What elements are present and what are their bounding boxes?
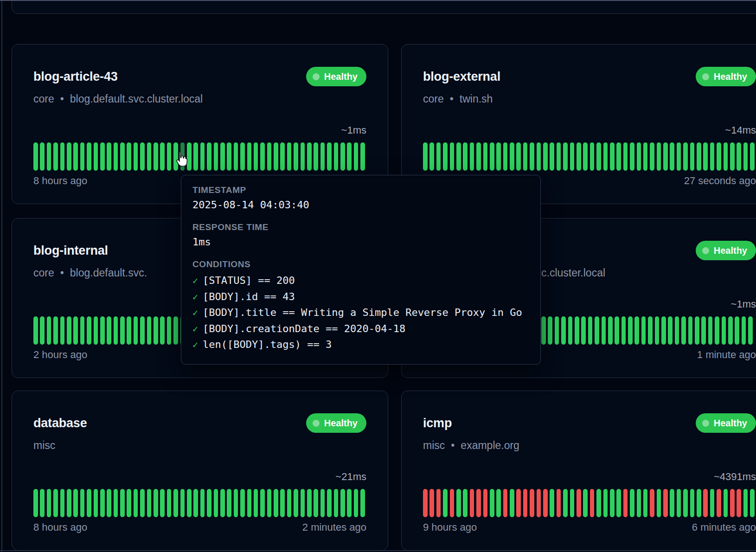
status-bar-success[interactable] [280,489,285,517]
status-bar-failure[interactable] [623,489,628,517]
status-bar-success[interactable] [327,489,332,517]
status-bar-success[interactable] [570,489,575,517]
status-bar-success[interactable] [267,142,272,171]
status-bar-success[interactable] [634,316,639,345]
status-bar-success[interactable] [603,489,608,517]
status-bar-success[interactable] [623,142,628,171]
status-bar-success[interactable] [87,316,91,345]
status-bar-failure[interactable] [429,489,434,517]
status-bar-success[interactable] [154,142,158,171]
status-bar-success[interactable] [670,142,674,171]
status-bar-success[interactable] [443,489,448,517]
status-bar-success[interactable] [47,316,51,345]
status-bar-success[interactable] [334,489,339,517]
status-bar-success[interactable] [53,142,58,171]
status-bar-success[interactable] [637,142,641,171]
status-bar-success[interactable] [550,142,554,171]
status-bar-success[interactable] [683,142,688,171]
status-bar-success[interactable] [463,142,468,171]
status-bar-success[interactable] [650,142,654,171]
status-bar-success[interactable] [87,489,91,517]
status-bar-success[interactable] [543,142,548,171]
status-bar-success[interactable] [33,142,38,171]
status-bar-success[interactable] [703,142,708,171]
status-bar-success[interactable] [307,489,312,517]
status-bar-success[interactable] [730,142,735,171]
status-bar-success[interactable] [114,316,118,345]
status-bar-success[interactable] [670,489,674,517]
status-bar-success[interactable] [340,142,345,171]
status-bar-success[interactable] [717,142,721,171]
status-bar-failure[interactable] [650,489,654,517]
status-bar-success[interactable] [737,142,741,171]
status-bar-success[interactable] [661,316,666,345]
status-bar-success[interactable] [40,316,45,345]
status-bar-failure[interactable] [590,489,595,517]
status-bar-success[interactable] [294,489,298,517]
status-bar-failure[interactable] [577,489,581,517]
status-bar-success[interactable] [450,142,455,171]
status-bar-success[interactable] [147,316,152,345]
status-bar-success[interactable] [690,489,695,517]
status-bar-success[interactable] [234,489,238,517]
status-bar-success[interactable] [147,489,152,517]
status-bar-success[interactable] [715,316,719,345]
status-bar-success[interactable] [557,142,561,171]
status-bar-success[interactable] [683,489,688,517]
status-bar-success[interactable] [114,142,118,171]
status-bar-success[interactable] [274,489,278,517]
status-bar-success[interactable] [503,142,508,171]
status-bar-success[interactable] [628,316,633,345]
status-bar-success[interactable] [140,316,145,345]
status-bar-success[interactable] [677,489,681,517]
status-bar-success[interactable] [663,142,668,171]
status-bar-success[interactable] [274,142,278,171]
status-bar-success[interactable] [590,142,595,171]
status-bar-success[interactable] [347,142,352,171]
status-bar-success[interactable] [655,316,660,345]
status-bar-success[interactable] [301,142,305,171]
status-bar-success[interactable] [561,316,566,345]
status-bar-failure[interactable] [730,489,735,517]
status-bar-success[interactable] [40,142,45,171]
status-bar-success[interactable] [207,489,211,517]
status-bar-success[interactable] [207,142,211,171]
status-bar-success[interactable] [677,142,681,171]
status-bar-success[interactable] [314,142,318,171]
status-bar-success[interactable] [570,142,575,171]
status-bar-success[interactable] [60,316,65,345]
status-bar-failure[interactable] [476,489,481,517]
status-bar-success[interactable] [193,489,198,517]
status-bar-success[interactable] [247,489,252,517]
status-bar-success[interactable] [615,316,619,345]
status-bar-success[interactable] [134,142,138,171]
status-bar-success[interactable] [60,489,65,517]
status-bar-success[interactable] [260,142,265,171]
status-bar-success[interactable] [360,142,365,171]
status-bar-failure[interactable] [423,489,428,517]
status-bar-success[interactable] [307,142,312,171]
status-bar-success[interactable] [555,316,559,345]
status-bar-success[interactable] [490,489,494,517]
status-bar-failure[interactable] [503,489,508,517]
status-bar-success[interactable] [140,142,145,171]
status-bar-failure[interactable] [663,489,668,517]
status-bar-success[interactable] [575,316,579,345]
status-bar-success[interactable] [728,316,733,345]
status-bar-success[interactable] [563,142,568,171]
status-bar-success[interactable] [541,316,546,345]
status-bar-success[interactable] [301,489,305,517]
status-bar-success[interactable] [267,489,272,517]
status-bar-success[interactable] [643,489,648,517]
status-bar-success[interactable] [214,489,218,517]
status-bar-success[interactable] [360,489,365,517]
status-bar-success[interactable] [581,316,586,345]
status-bar-success[interactable] [173,489,178,517]
status-bar-success[interactable] [688,316,693,345]
status-bar-success[interactable] [496,142,501,171]
status-bar-success[interactable] [227,142,231,171]
status-bar-success[interactable] [227,489,231,517]
status-bar-success[interactable] [354,489,359,517]
status-bar-success[interactable] [67,489,71,517]
status-bar-success[interactable] [280,142,285,171]
